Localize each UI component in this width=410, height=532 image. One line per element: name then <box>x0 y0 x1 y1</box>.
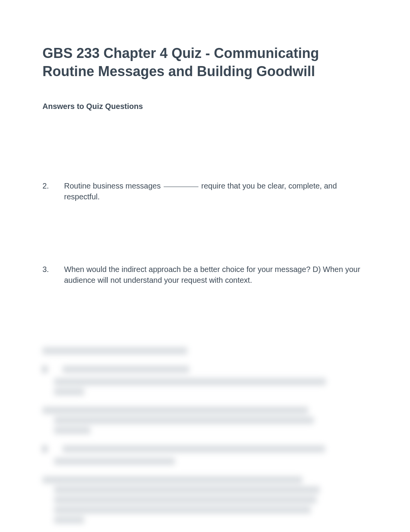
question-text: Routine business messages require that y… <box>64 180 368 202</box>
question-text: When would the indirect approach be a be… <box>64 264 368 286</box>
question-item: 3. When would the indirect approach be a… <box>42 264 368 286</box>
blur-overlay <box>54 347 356 524</box>
document-page: GBS 233 Chapter 4 Quiz - Communicating R… <box>0 0 410 532</box>
question-item: 2. Routine business messages require tha… <box>42 180 368 202</box>
page-title: GBS 233 Chapter 4 Quiz - Communicating R… <box>42 44 368 81</box>
question-number: 2. <box>42 180 64 202</box>
question-text-before: Routine business messages <box>64 182 163 190</box>
section-subtitle: Answers to Quiz Questions <box>42 102 368 111</box>
question-number: 3. <box>42 264 64 286</box>
blurred-content <box>42 347 368 524</box>
fill-blank <box>164 187 198 187</box>
